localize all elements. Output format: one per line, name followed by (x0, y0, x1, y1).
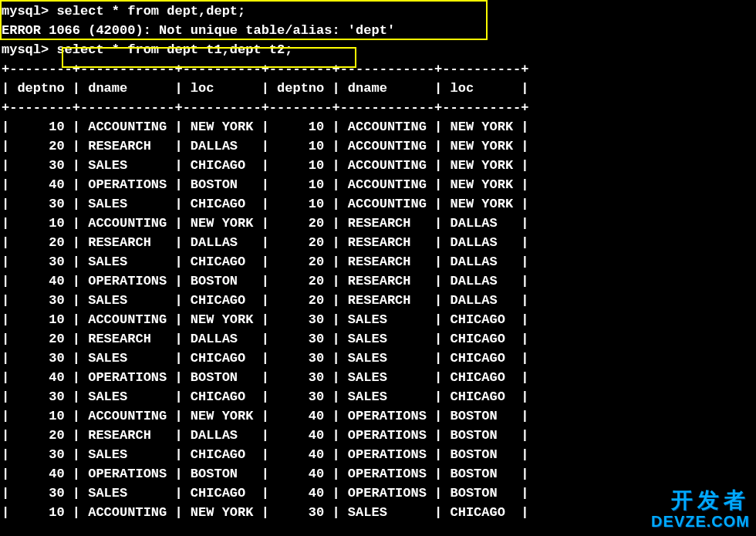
table-row: | 10 | ACCOUNTING | NEW YORK | 20 | RESE… (2, 214, 756, 233)
prompt-line-1[interactable]: mysql> select * from dept,dept; (2, 2, 756, 21)
table-row: | 30 | SALES | CHICAGO | 40 | OPERATIONS… (2, 484, 756, 503)
table-row: | 40 | OPERATIONS | BOSTON | 10 | ACCOUN… (2, 175, 756, 194)
table-row: | 20 | RESEARCH | DALLAS | 30 | SALES | … (2, 329, 756, 349)
error-line: ERROR 1066 (42000): Not unique table/ali… (2, 21, 756, 40)
table-row: | 40 | OPERATIONS | BOSTON | 30 | SALES … (2, 368, 756, 387)
table-row: | 30 | SALES | CHICAGO | 40 | OPERATIONS… (2, 445, 756, 464)
table-row: | 30 | SALES | CHICAGO | 30 | SALES | CH… (2, 349, 756, 368)
table-row: | 10 | ACCOUNTING | NEW YORK | 30 | SALE… (2, 503, 756, 522)
watermark-cn: 开发者 (651, 489, 750, 513)
table-row: | 30 | SALES | CHICAGO | 10 | ACCOUNTING… (2, 194, 756, 214)
prompt-line-2[interactable]: mysql> select * from dept t1,dept t2; (2, 40, 756, 59)
sql-query-2: select * from dept t1,dept t2; (56, 42, 292, 57)
table-row: | 10 | ACCOUNTING | NEW YORK | 40 | OPER… (2, 406, 756, 426)
table-row: | 10 | ACCOUNTING | NEW YORK | 30 | SALE… (2, 310, 756, 329)
table-header: | deptno | dname | loc | deptno | dname … (2, 79, 756, 98)
table-border-top: +--------+------------+----------+------… (2, 59, 756, 79)
mysql-prompt: mysql> (2, 4, 49, 19)
table-row: | 40 | OPERATIONS | BOSTON | 20 | RESEAR… (2, 271, 756, 291)
table-row: | 20 | RESEARCH | DALLAS | 40 | OPERATIO… (2, 426, 756, 445)
watermark: 开发者 DEVZE.COM (651, 489, 750, 530)
table-row: | 20 | RESEARCH | DALLAS | 10 | ACCOUNTI… (2, 137, 756, 156)
table-row: | 10 | ACCOUNTING | NEW YORK | 10 | ACCO… (2, 117, 756, 137)
mysql-prompt: mysql> (2, 42, 49, 57)
terminal-output: mysql> select * from dept,dept; ERROR 10… (0, 0, 756, 522)
table-row: | 30 | SALES | CHICAGO | 30 | SALES | CH… (2, 387, 756, 406)
table-row: | 30 | SALES | CHICAGO | 20 | RESEARCH |… (2, 252, 756, 271)
table-body: | 10 | ACCOUNTING | NEW YORK | 10 | ACCO… (2, 117, 756, 522)
table-row: | 20 | RESEARCH | DALLAS | 20 | RESEARCH… (2, 233, 756, 252)
table-row: | 30 | SALES | CHICAGO | 10 | ACCOUNTING… (2, 156, 756, 175)
watermark-url: DEVZE.COM (651, 513, 750, 530)
table-border-mid: +--------+------------+----------+------… (2, 98, 756, 117)
table-row: | 40 | OPERATIONS | BOSTON | 40 | OPERAT… (2, 464, 756, 484)
sql-query-1: select * from dept,dept; (56, 4, 245, 19)
table-row: | 30 | SALES | CHICAGO | 20 | RESEARCH |… (2, 291, 756, 310)
